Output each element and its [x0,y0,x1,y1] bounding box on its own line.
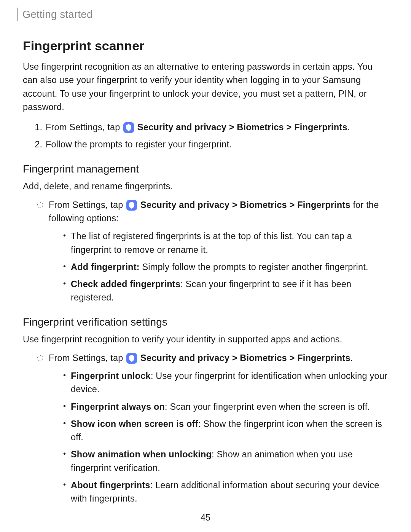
page-title: Fingerprint scanner [23,38,388,53]
label: Add fingerprint: [71,262,140,272]
nav-prefix: From Settings, tap [49,200,123,210]
step-1: From Settings, tap Security and privacy … [45,121,388,134]
breadcrumb-label: Getting started [22,9,93,21]
verify-option-about: About fingerprints: Learn additional inf… [70,479,388,506]
verify-option-animation: Show animation when unlocking: Show an a… [70,448,388,475]
nav-end: . [347,122,350,132]
verify-heading: Fingerprint verification settings [23,316,388,328]
verify-desc: Use fingerprint recognition to verify yo… [23,333,388,346]
text: : Scan your fingerprint even when the sc… [165,402,370,412]
nav-path: Security and privacy > Biometrics > Fing… [137,122,347,132]
verify-list: From Settings, tap Security and privacy … [23,351,388,506]
nav-prefix: From Settings, tap [49,353,123,363]
breadcrumb: Getting started [17,8,388,21]
step-2: Follow the prompts to register your fing… [45,138,388,151]
label: Show animation when unlocking [71,449,212,459]
nav-path: Security and privacy > Biometrics > Fing… [140,353,350,363]
shield-icon [123,122,134,133]
nav-end: . [350,353,353,363]
label: Check added fingerprints [71,279,180,289]
nav-path: Security and privacy > Biometrics > Fing… [140,200,350,210]
mgmt-option-add: Add fingerprint: Simply follow the promp… [70,260,388,274]
label: Fingerprint unlock [71,371,151,381]
label: Show icon when screen is off [71,419,198,429]
setup-steps: From Settings, tap Security and privacy … [23,121,388,152]
mgmt-desc: Add, delete, and rename fingerprints. [23,180,388,193]
shield-icon [126,200,137,211]
text: Simply follow the prompts to register an… [140,262,368,272]
verify-option-always-on: Fingerprint always on: Scan your fingerp… [70,400,388,414]
mgmt-list: From Settings, tap Security and privacy … [23,198,388,305]
label: About fingerprints [71,480,150,490]
label: Fingerprint always on [71,402,165,412]
mgmt-nav-item: From Settings, tap Security and privacy … [40,198,388,305]
verify-option-show-icon: Show icon when screen is off: Show the f… [70,417,388,444]
mgmt-options: The list of registered fingerprints is a… [49,230,388,304]
intro-paragraph: Use fingerprint recognition as an altern… [23,60,388,114]
mgmt-option-list: The list of registered fingerprints is a… [70,230,388,257]
shield-icon [126,353,137,364]
verify-nav-item: From Settings, tap Security and privacy … [40,351,388,506]
mgmt-heading: Fingerprint management [23,163,388,175]
breadcrumb-accent-bar [17,8,18,21]
verify-options: Fingerprint unlock: Use your fingerprint… [49,369,388,505]
page-number: 45 [0,513,411,523]
mgmt-option-check: Check added fingerprints: Scan your fing… [70,278,388,305]
nav-prefix: From Settings, tap [46,122,120,132]
verify-option-unlock: Fingerprint unlock: Use your fingerprint… [70,369,388,396]
